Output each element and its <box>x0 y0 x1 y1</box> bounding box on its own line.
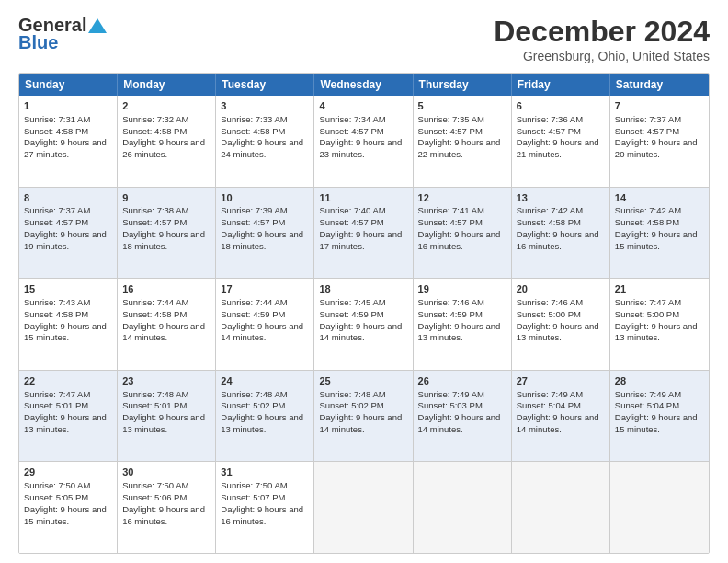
day-number: 2 <box>122 99 210 113</box>
cal-header-day-saturday: Saturday <box>610 74 709 96</box>
daylight-text: Daylight: 9 hours and 13 minutes. <box>517 321 599 343</box>
daylight-text: Daylight: 9 hours and 13 minutes. <box>24 412 107 434</box>
cal-cell-day-11: 11Sunrise: 7:40 AMSunset: 4:57 PMDayligh… <box>314 188 413 279</box>
cal-cell-day-26: 26Sunrise: 7:49 AMSunset: 5:03 PMDayligh… <box>414 371 512 462</box>
cal-cell-empty <box>314 462 413 553</box>
daylight-text: Daylight: 9 hours and 24 minutes. <box>221 137 303 159</box>
daylight-text: Daylight: 9 hours and 16 minutes. <box>122 504 205 526</box>
sunrise-text: Sunrise: 7:43 AM <box>24 297 90 307</box>
sunrise-text: Sunrise: 7:36 AM <box>517 114 583 124</box>
sunrise-text: Sunrise: 7:46 AM <box>418 297 484 307</box>
cal-cell-day-10: 10Sunrise: 7:39 AMSunset: 4:57 PMDayligh… <box>216 188 314 279</box>
day-number: 19 <box>418 282 506 296</box>
sunrise-text: Sunrise: 7:38 AM <box>122 205 188 215</box>
cal-cell-empty <box>414 462 512 553</box>
day-number: 23 <box>122 374 210 388</box>
day-number: 3 <box>221 99 309 113</box>
sunset-text: Sunset: 5:02 PM <box>319 400 383 410</box>
sunset-text: Sunset: 5:00 PM <box>615 309 679 319</box>
cal-cell-day-12: 12Sunrise: 7:41 AMSunset: 4:57 PMDayligh… <box>414 188 512 279</box>
sunrise-text: Sunrise: 7:48 AM <box>122 389 188 399</box>
sunrise-text: Sunrise: 7:44 AM <box>221 297 287 307</box>
sunset-text: Sunset: 4:59 PM <box>319 309 383 319</box>
sunrise-text: Sunrise: 7:41 AM <box>418 205 484 215</box>
day-number: 13 <box>517 191 605 205</box>
daylight-text: Daylight: 9 hours and 13 minutes. <box>418 321 501 343</box>
sunset-text: Sunset: 5:06 PM <box>122 492 187 502</box>
sunrise-text: Sunrise: 7:48 AM <box>221 389 287 399</box>
sunset-text: Sunset: 4:58 PM <box>221 126 285 136</box>
daylight-text: Daylight: 9 hours and 16 minutes. <box>418 229 501 251</box>
cal-header-day-monday: Monday <box>118 74 216 96</box>
sunrise-text: Sunrise: 7:50 AM <box>122 480 188 490</box>
cal-cell-day-27: 27Sunrise: 7:49 AMSunset: 5:04 PMDayligh… <box>512 371 610 462</box>
daylight-text: Daylight: 9 hours and 13 minutes. <box>221 412 303 434</box>
sunrise-text: Sunrise: 7:31 AM <box>24 114 90 124</box>
day-number: 14 <box>615 191 704 205</box>
cal-cell-day-4: 4Sunrise: 7:34 AMSunset: 4:57 PMDaylight… <box>314 96 413 187</box>
cal-header-day-wednesday: Wednesday <box>314 74 413 96</box>
daylight-text: Daylight: 9 hours and 14 minutes. <box>319 321 402 343</box>
daylight-text: Daylight: 9 hours and 26 minutes. <box>122 137 205 159</box>
cal-row-5: 29Sunrise: 7:50 AMSunset: 5:05 PMDayligh… <box>19 462 709 553</box>
day-number: 18 <box>319 282 407 296</box>
sunset-text: Sunset: 5:03 PM <box>418 400 483 410</box>
sunrise-text: Sunrise: 7:42 AM <box>615 205 681 215</box>
day-number: 25 <box>319 374 407 388</box>
daylight-text: Daylight: 9 hours and 16 minutes. <box>221 504 303 526</box>
cal-row-1: 1Sunrise: 7:31 AMSunset: 4:58 PMDaylight… <box>19 96 709 188</box>
daylight-text: Daylight: 9 hours and 15 minutes. <box>24 321 107 343</box>
cal-cell-day-2: 2Sunrise: 7:32 AMSunset: 4:58 PMDaylight… <box>118 96 216 187</box>
cal-cell-empty <box>512 462 610 553</box>
sunset-text: Sunset: 4:57 PM <box>418 217 483 227</box>
day-number: 26 <box>418 374 506 388</box>
day-number: 5 <box>418 99 506 113</box>
logo-text-blue: Blue <box>18 32 58 53</box>
sunset-text: Sunset: 5:05 PM <box>24 492 88 502</box>
daylight-text: Daylight: 9 hours and 18 minutes. <box>122 229 205 251</box>
sunset-text: Sunset: 4:57 PM <box>319 217 383 227</box>
sunrise-text: Sunrise: 7:40 AM <box>319 205 385 215</box>
daylight-text: Daylight: 9 hours and 23 minutes. <box>319 137 402 159</box>
daylight-text: Daylight: 9 hours and 14 minutes. <box>319 412 402 434</box>
sunset-text: Sunset: 4:58 PM <box>615 217 679 227</box>
sunrise-text: Sunrise: 7:48 AM <box>319 389 385 399</box>
day-number: 17 <box>221 282 309 296</box>
sunset-text: Sunset: 4:58 PM <box>122 309 187 319</box>
day-number: 9 <box>122 191 210 205</box>
sunset-text: Sunset: 4:57 PM <box>319 126 383 136</box>
sunrise-text: Sunrise: 7:37 AM <box>615 114 681 124</box>
daylight-text: Daylight: 9 hours and 15 minutes. <box>24 504 107 526</box>
sunrise-text: Sunrise: 7:47 AM <box>615 297 681 307</box>
day-number: 29 <box>24 465 112 479</box>
cal-cell-day-22: 22Sunrise: 7:47 AMSunset: 5:01 PMDayligh… <box>19 371 118 462</box>
cal-cell-day-17: 17Sunrise: 7:44 AMSunset: 4:59 PMDayligh… <box>216 279 314 370</box>
day-number: 6 <box>517 99 605 113</box>
sunset-text: Sunset: 5:07 PM <box>221 492 285 502</box>
cal-cell-empty <box>610 462 709 553</box>
daylight-text: Daylight: 9 hours and 14 minutes. <box>221 321 303 343</box>
sunset-text: Sunset: 4:57 PM <box>24 217 88 227</box>
day-number: 30 <box>122 465 210 479</box>
cal-cell-day-14: 14Sunrise: 7:42 AMSunset: 4:58 PMDayligh… <box>610 188 709 279</box>
sunset-text: Sunset: 4:58 PM <box>517 217 581 227</box>
cal-header-day-sunday: Sunday <box>19 74 118 96</box>
cal-cell-day-31: 31Sunrise: 7:50 AMSunset: 5:07 PMDayligh… <box>216 462 314 553</box>
calendar: SundayMondayTuesdayWednesdayThursdayFrid… <box>18 73 710 554</box>
daylight-text: Daylight: 9 hours and 20 minutes. <box>615 137 698 159</box>
calendar-header: SundayMondayTuesdayWednesdayThursdayFrid… <box>19 74 709 96</box>
sunset-text: Sunset: 4:57 PM <box>418 126 483 136</box>
sunrise-text: Sunrise: 7:39 AM <box>221 205 287 215</box>
cal-header-day-tuesday: Tuesday <box>216 74 314 96</box>
sunset-text: Sunset: 4:57 PM <box>122 217 187 227</box>
page: General Blue December 2024 Greensburg, O… <box>0 0 728 563</box>
day-number: 31 <box>221 465 309 479</box>
sunset-text: Sunset: 4:58 PM <box>122 126 187 136</box>
day-number: 15 <box>24 282 112 296</box>
sunset-text: Sunset: 4:58 PM <box>24 126 88 136</box>
sunset-text: Sunset: 5:00 PM <box>517 309 581 319</box>
sunset-text: Sunset: 4:57 PM <box>517 126 581 136</box>
daylight-text: Daylight: 9 hours and 16 minutes. <box>517 229 599 251</box>
title-block: December 2024 Greensburg, Ohio, United S… <box>494 15 710 63</box>
day-number: 11 <box>319 191 407 205</box>
